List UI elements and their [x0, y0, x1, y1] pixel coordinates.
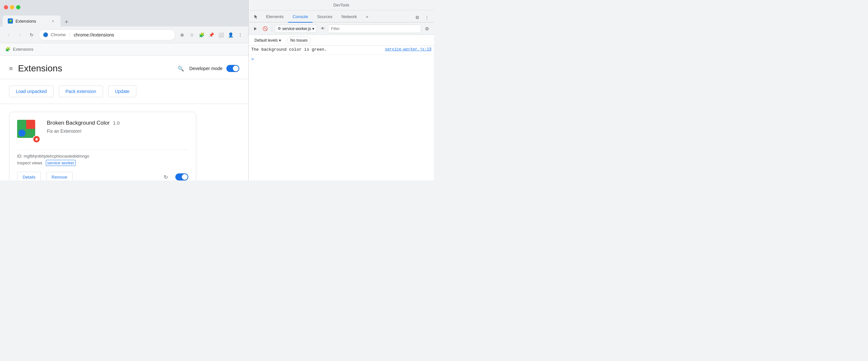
console-log-line: The background color is green. service-w… — [249, 46, 434, 55]
action-buttons: Load unpacked Pack extension Update — [0, 79, 248, 104]
profile-button[interactable]: 👤 — [226, 31, 235, 39]
tab-sources[interactable]: Sources — [313, 11, 337, 23]
tab-console[interactable]: Console — [288, 11, 313, 23]
breadcrumb-icon: 🧩 — [5, 47, 10, 52]
extension-info: Broken Background Color 1.0 Fix an Exten… — [47, 120, 188, 143]
clear-console-button[interactable] — [251, 25, 259, 33]
service-worker-link[interactable]: service worker — [46, 160, 75, 166]
default-levels-button[interactable]: Default levels ▾ — [251, 36, 284, 44]
pin-button[interactable]: 📌 — [207, 31, 215, 39]
sources-tab-label: Sources — [317, 14, 333, 19]
update-button[interactable]: Update — [108, 86, 136, 97]
extensions-tab[interactable]: Extensions × — [3, 16, 61, 27]
context-selector[interactable]: ⚙ service-worker.js ▾ — [275, 25, 317, 33]
address-bar: ‹ › ↻ 🔵 Chrome chrome://extensions ⊕ ☆ 🧩 — [0, 27, 248, 43]
console-toolbar: 🚫 ⚙ service-worker.js ▾ 👁 ⚙ — [249, 23, 434, 35]
levels-arrow-icon: ▾ — [279, 38, 281, 42]
site-label: Chrome — [51, 32, 66, 37]
tab-close-button[interactable]: × — [51, 19, 56, 24]
tab-more[interactable]: » — [361, 11, 373, 23]
console-output: The background color is green. service-w… — [249, 46, 434, 181]
console-tab-label: Console — [292, 14, 308, 19]
extension-enable-toggle[interactable] — [175, 173, 188, 181]
tab-title: Extensions — [16, 19, 36, 24]
hamburger-icon[interactable]: ≡ — [9, 65, 13, 72]
devtools-panel: DevTools Elements Console Sources Networ… — [249, 0, 434, 181]
context-label: service-worker.js — [282, 27, 311, 31]
tab-favicon-icon — [8, 19, 13, 24]
toolbar-separator — [272, 26, 272, 32]
page-title: Extensions — [18, 63, 177, 73]
devtools-menu-button[interactable]: ⋮ — [423, 13, 431, 22]
eye-button[interactable]: 👁 — [318, 25, 327, 33]
console-message: The background color is green. — [251, 47, 382, 52]
new-tab-button[interactable]: + — [62, 18, 71, 27]
cursor-icon — [254, 14, 259, 19]
extensions-list: ⏺ Broken Background Color 1.0 Fix an Ext… — [0, 104, 248, 181]
svg-marker-0 — [254, 27, 257, 30]
inspect-views-label: Inspect views — [17, 160, 42, 165]
remove-button[interactable]: Remove — [46, 172, 73, 181]
no-issues-button[interactable]: No Issues — [287, 36, 311, 44]
browser-panel: Extensions × + ‹ › ↻ 🔵 Chrome chrome://e… — [0, 0, 249, 181]
toolbar-icons: ⊕ ☆ 🧩 📌 ⬜ 👤 ⋮ — [178, 31, 244, 39]
back-button[interactable]: ‹ — [4, 30, 13, 39]
title-bar — [0, 0, 248, 14]
devtools-titlebar: DevTools — [249, 0, 434, 10]
breadcrumb-label: Extensions — [13, 47, 34, 52]
extension-views: Inspect views service worker — [17, 160, 188, 165]
context-arrow-icon: ▾ — [312, 27, 314, 31]
traffic-lights — [4, 5, 20, 9]
details-button[interactable]: Details — [17, 172, 41, 181]
forward-button[interactable]: › — [16, 30, 25, 39]
devtools-right-icons: ⚙ ⋮ — [413, 13, 431, 22]
profile-icon: 👤 — [228, 32, 234, 37]
extension-id: ID: mgfbhjnibhjdehcphiocaoiediidmngo — [17, 154, 188, 158]
block-icon: 🚫 — [262, 26, 268, 31]
console-prompt-row[interactable]: > — [249, 55, 434, 64]
devtools-tabs: Elements Console Sources Network » ⚙ ⋮ — [249, 10, 434, 23]
reload-button[interactable]: ↻ — [27, 30, 36, 39]
zoom-button[interactable]: ⊕ — [178, 31, 186, 39]
pack-extension-button[interactable]: Pack extension — [59, 86, 103, 97]
puzzle-icon: 🧩 — [199, 32, 205, 37]
dev-mode-label: Developer mode — [189, 66, 222, 71]
url-text: chrome://extensions — [73, 32, 114, 37]
pin-icon: 📌 — [209, 32, 214, 37]
eye-icon: 👁 — [321, 26, 325, 31]
extension-icon: ⏺ — [17, 120, 40, 143]
tab-elements[interactable]: Elements — [261, 11, 288, 23]
extension-icon-badge: ⏺ — [33, 135, 40, 143]
omnibox-divider — [69, 32, 70, 37]
devtools-title: DevTools — [333, 3, 349, 7]
devtools-settings-button[interactable]: ⚙ — [413, 13, 422, 22]
menu-icon: ⋮ — [238, 32, 243, 37]
more-tabs-label: » — [366, 14, 368, 19]
maximize-traffic-light[interactable] — [16, 5, 20, 9]
load-unpacked-button[interactable]: Load unpacked — [9, 86, 54, 97]
extensions-button[interactable]: 🧩 — [197, 31, 206, 39]
filter-input[interactable] — [328, 25, 421, 33]
bookmark-button[interactable]: ☆ — [188, 31, 196, 39]
close-traffic-light[interactable] — [4, 5, 8, 9]
block-button[interactable]: 🚫 — [261, 25, 269, 33]
default-levels-label: Default levels — [254, 38, 278, 42]
network-tab-label: Network — [342, 14, 357, 19]
extension-name-row: Broken Background Color 1.0 — [47, 120, 188, 126]
site-favicon-icon: 🔵 — [43, 32, 48, 37]
devtools-cursor-button[interactable] — [251, 11, 261, 22]
media-button[interactable]: ⬜ — [217, 31, 225, 39]
chrome-menu-button[interactable]: ⋮ — [236, 31, 244, 39]
no-issues-label: No Issues — [290, 38, 307, 42]
search-button[interactable]: 🔍 — [176, 64, 185, 73]
tab-network[interactable]: Network — [337, 11, 362, 23]
reload-extension-icon[interactable]: ↻ — [161, 173, 170, 181]
console-settings-button[interactable]: ⚙ — [423, 24, 431, 33]
extension-icon-main — [17, 120, 35, 138]
minimize-traffic-light[interactable] — [10, 5, 14, 9]
media-icon: ⬜ — [218, 32, 224, 37]
console-source-link[interactable]: service-worker.js:19 — [385, 47, 431, 52]
extension-card: ⏺ Broken Background Color 1.0 Fix an Ext… — [9, 112, 196, 181]
dev-mode-toggle[interactable] — [226, 65, 239, 72]
omnibox[interactable]: 🔵 Chrome chrome://extensions — [39, 29, 175, 40]
